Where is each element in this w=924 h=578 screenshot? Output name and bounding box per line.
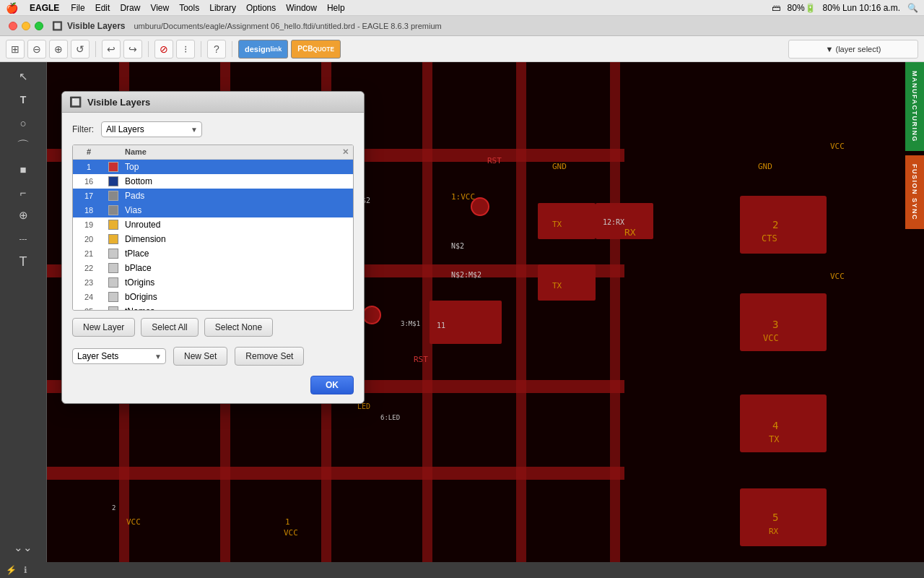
menu-options[interactable]: Options	[246, 3, 276, 13]
manufacturing-panel[interactable]: MANUFACTURING	[905, 62, 924, 151]
select-all-button[interactable]: Select All	[141, 318, 198, 337]
layer-color-box	[108, 162, 118, 172]
remove-set-button[interactable]: Remove Set	[235, 347, 304, 366]
ok-button[interactable]: OK	[310, 376, 354, 394]
window-controls	[9, 22, 43, 30]
layer-color-box	[108, 277, 118, 288]
undo-button[interactable]: ↩	[102, 40, 121, 59]
tool-pointer[interactable]: ↖	[10, 66, 36, 87]
layer-row[interactable]: 18Vias	[73, 203, 353, 217]
layer-color-box	[108, 292, 118, 302]
fusion-sync-panel[interactable]: FUSION SYNC	[905, 155, 924, 229]
tool-rect[interactable]: ■	[10, 159, 36, 179]
redo-button[interactable]: ↪	[123, 40, 142, 59]
new-layer-button[interactable]: New Layer	[72, 318, 135, 337]
menu-tools[interactable]: Tools	[179, 3, 199, 13]
document-path: umburu/Documents/eagle/Assignment 06_hel…	[134, 22, 442, 30]
menu-file[interactable]: File	[71, 3, 84, 13]
design-link-button[interactable]: designlink	[238, 40, 288, 59]
left-toolbar: ↖ T ○ ⌒ ■ ⌐ ⊕ --- T ⌄⌄	[0, 62, 47, 562]
window-title: 🔲 Visible Layers	[52, 21, 126, 31]
layer-name: tPlace	[122, 249, 353, 259]
pcb-quote-button[interactable]: PCBQUOTE	[291, 40, 341, 59]
zoom-refresh-button[interactable]: ↺	[71, 40, 90, 59]
maximize-window-button[interactable]	[35, 22, 43, 30]
stop-button[interactable]: ⊘	[154, 40, 173, 59]
info-button[interactable]: ⁝	[176, 40, 195, 59]
battery-icon: 80%🔋	[788, 3, 816, 13]
search-icon[interactable]: 🔍	[907, 3, 918, 13]
svg-rect-4	[47, 467, 624, 480]
layer-color-cell	[105, 162, 122, 172]
layer-row[interactable]: 16Bottom	[73, 174, 353, 189]
visible-layers-dialog[interactable]: 🔲 Visible Layers Filter: All Layers Used…	[61, 91, 365, 404]
svg-text:VCC: VCC	[763, 333, 779, 343]
tool-pin[interactable]: T	[10, 251, 36, 272]
svg-text:N$2:M$2: N$2:M$2	[451, 271, 481, 279]
tool-arc[interactable]: ⌒	[10, 136, 36, 156]
zoom-in-button[interactable]: ⊕	[49, 40, 68, 59]
layer-row[interactable]: 19Unrouted	[73, 217, 353, 232]
menu-items: File Edit Draw View Tools Library Option…	[71, 3, 344, 13]
new-set-button[interactable]: New Set	[173, 347, 227, 366]
layer-row[interactable]: 22bPlace	[73, 261, 353, 275]
minimize-window-button[interactable]	[22, 22, 30, 30]
tool-circle[interactable]: ○	[10, 113, 36, 133]
svg-text:11: 11	[437, 322, 445, 329]
pcb-canvas[interactable]: VCC VCC VCC GND GND 2 CTS 3 VCC 4 TX 5 R…	[47, 62, 924, 562]
svg-text:12:RX: 12:RX	[603, 218, 624, 226]
svg-text:GND: GND	[552, 162, 567, 171]
layerset-select[interactable]: Layer Sets	[72, 348, 166, 364]
tool-text[interactable]: T	[10, 90, 36, 110]
manufacturing-label: MANUFACTURING	[911, 71, 918, 142]
zoom-fit-button[interactable]: ⊞	[6, 40, 25, 59]
svg-text:VCC: VCC	[830, 272, 845, 281]
layer-row[interactable]: 23tOrigins	[73, 275, 353, 290]
layer-row[interactable]: 25tNames	[73, 304, 353, 311]
layer-num: 16	[73, 177, 105, 186]
layer-row[interactable]: 17Pads	[73, 189, 353, 203]
menu-library[interactable]: Library	[209, 3, 236, 13]
tool-corner[interactable]: ⌐	[10, 182, 36, 202]
layer-list-container[interactable]: # Name ✕ 1Top16Bottom17Pads18Vias19Unrou…	[72, 144, 354, 311]
layer-color-cell	[105, 292, 122, 302]
tool-route[interactable]: ---	[10, 228, 36, 249]
layer-name: Unrouted	[122, 220, 353, 230]
svg-text:TX: TX	[769, 434, 780, 444]
menu-draw[interactable]: Draw	[120, 3, 140, 13]
layer-dropdown-button[interactable]: ▼ (layer select)	[788, 40, 918, 59]
svg-text:2: 2	[772, 219, 778, 230]
tool-chevron-down[interactable]: ⌄⌄	[10, 538, 36, 558]
svg-rect-10	[610, 62, 620, 562]
col-header-close[interactable]: ✕	[337, 147, 353, 157]
layer-row[interactable]: 21tPlace	[73, 246, 353, 261]
lightning-icon: ⚡	[6, 565, 17, 575]
layer-name: Top	[122, 162, 353, 172]
help-button[interactable]: ?	[207, 40, 226, 59]
layer-color-box	[108, 306, 118, 311]
layer-row[interactable]: 20Dimension	[73, 232, 353, 246]
svg-text:4: 4	[772, 420, 778, 431]
menu-edit[interactable]: Edit	[95, 3, 110, 13]
layer-row[interactable]: 1Top	[73, 160, 353, 174]
menu-view[interactable]: View	[150, 3, 169, 13]
apple-menu[interactable]: 🍎	[6, 2, 18, 14]
layer-name: Bottom	[122, 176, 353, 186]
layer-row[interactable]: 24bOrigins	[73, 290, 353, 304]
tool-layer[interactable]: ⊕	[10, 205, 36, 225]
layer-num: 19	[73, 220, 105, 229]
menu-help[interactable]: Help	[327, 3, 345, 13]
app-titlebar: 🔲 Visible Layers umburu/Documents/eagle/…	[0, 16, 924, 36]
layer-num: 1	[73, 163, 105, 171]
app-name[interactable]: EAGLE	[30, 3, 59, 13]
layer-color-cell	[105, 263, 122, 273]
menu-window[interactable]: Window	[286, 3, 317, 13]
zoom-out-button[interactable]: ⊖	[27, 40, 46, 59]
close-window-button[interactable]	[9, 22, 17, 30]
layer-num: 23	[73, 278, 105, 287]
layer-num: 21	[73, 249, 105, 258]
filter-select[interactable]: All Layers Used Layers Signal Layers	[101, 121, 202, 137]
select-none-button[interactable]: Select None	[204, 318, 273, 337]
layer-num: 18	[73, 206, 105, 215]
svg-text:RST: RST	[487, 156, 502, 165]
